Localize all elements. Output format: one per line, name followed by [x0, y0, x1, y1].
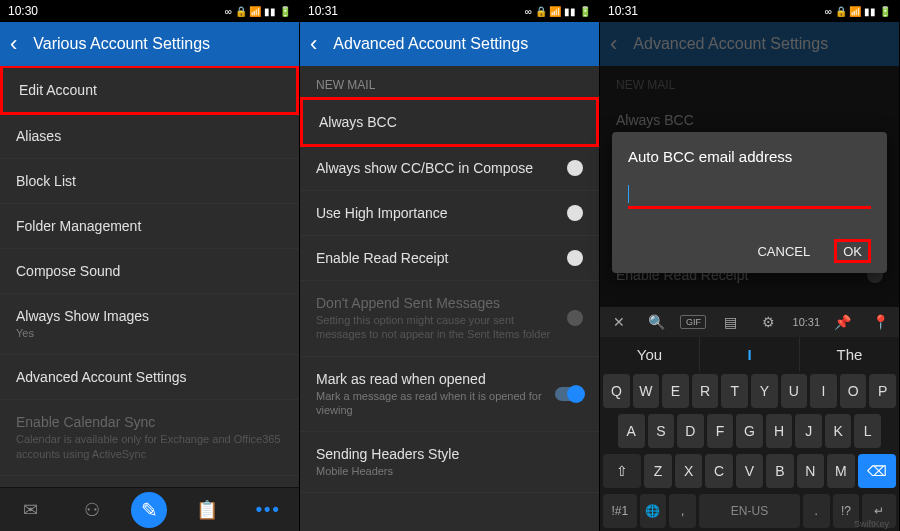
suggestion[interactable]: The [800, 337, 899, 371]
key[interactable]: H [766, 414, 793, 448]
kb-close-icon[interactable]: ✕ [606, 314, 632, 330]
kb-search-icon[interactable]: 🔍 [643, 314, 669, 330]
key[interactable]: P [869, 374, 896, 408]
language-key[interactable]: 🌐 [640, 494, 667, 528]
nav-people-icon[interactable]: ⚇ [70, 488, 114, 532]
nav-mail-icon[interactable]: ✉ [9, 488, 53, 532]
section-new-mail: NEW MAIL [300, 66, 599, 98]
settings-list: Edit Account Aliases Block List Folder M… [0, 66, 299, 487]
kb-time: 10:31 [793, 316, 819, 328]
status-bar: 10:31 ∞ 🔒 📶 ▮▮ 🔋 [600, 0, 899, 22]
item-aliases[interactable]: Aliases [0, 114, 299, 159]
status-bar: 10:30 ∞ 🔒 📶 ▮▮ 🔋 [0, 0, 299, 22]
item-always-bcc[interactable]: Always BCC [300, 97, 599, 147]
key[interactable]: U [781, 374, 808, 408]
item-read-receipt[interactable]: Enable Read Receipt [300, 236, 599, 281]
header: ‹ Various Account Settings [0, 22, 299, 66]
item-always-show-images[interactable]: Always Show ImagesYes [0, 294, 299, 355]
shift-key[interactable]: ⇧ [603, 454, 641, 488]
kb-pin-icon[interactable]: 📌 [830, 314, 856, 330]
key[interactable]: N [797, 454, 824, 488]
status-icons: ∞ 🔒 📶 ▮▮ 🔋 [525, 6, 591, 17]
key[interactable]: C [705, 454, 732, 488]
bcc-email-input[interactable] [628, 185, 871, 209]
screen-advanced-settings: 10:31 ∞ 🔒 📶 ▮▮ 🔋 ‹ Advanced Account Sett… [300, 0, 600, 531]
toggle-icon[interactable] [567, 205, 583, 221]
key[interactable]: X [675, 454, 702, 488]
ok-button[interactable]: OK [837, 240, 868, 263]
key[interactable]: V [736, 454, 763, 488]
key[interactable]: D [677, 414, 704, 448]
back-icon[interactable]: ‹ [310, 31, 317, 57]
bottom-nav: ✉ ⚇ ✎ 📋 ••• [0, 487, 299, 531]
comma-key[interactable]: , [669, 494, 696, 528]
page-title: Various Account Settings [27, 35, 289, 53]
key[interactable]: I [810, 374, 837, 408]
key[interactable]: F [707, 414, 734, 448]
kb-location-icon[interactable]: 📍 [867, 314, 893, 330]
dialog-actions: CANCEL OK [628, 239, 871, 263]
item-sending-headers[interactable]: Sending Headers StyleMobile Headers [300, 432, 599, 493]
kb-row-2: A S D F G H J K L [600, 411, 899, 451]
space-key[interactable]: EN-US [699, 494, 800, 528]
toggle-icon[interactable] [567, 160, 583, 176]
kb-row-3: ⇧ Z X C V B N M ⌫ [600, 451, 899, 491]
item-high-importance[interactable]: Use High Importance [300, 191, 599, 236]
switch-on-icon[interactable] [555, 387, 583, 401]
key[interactable]: B [766, 454, 793, 488]
key[interactable]: E [662, 374, 689, 408]
key[interactable]: A [618, 414, 645, 448]
key[interactable]: O [840, 374, 867, 408]
symbols-key[interactable]: !#1 [603, 494, 637, 528]
item-compose-sound[interactable]: Compose Sound [0, 249, 299, 294]
key[interactable]: T [721, 374, 748, 408]
kb-settings-icon[interactable]: ⚙ [755, 314, 781, 330]
kb-row-1: Q W E R T Y U I O P [600, 371, 899, 411]
item-enable-calendar-sync: Enable Calendar SyncCalendar is availabl… [0, 400, 299, 476]
item-advanced-account-settings[interactable]: Advanced Account Settings [0, 355, 299, 400]
key[interactable]: R [692, 374, 719, 408]
key[interactable]: Q [603, 374, 630, 408]
nav-clipboard-icon[interactable]: 📋 [185, 488, 229, 532]
ok-button-highlight: OK [834, 239, 871, 263]
nav-more-icon[interactable]: ••• [246, 488, 290, 532]
key[interactable]: G [736, 414, 763, 448]
settings-list: NEW MAIL Always BCC Always show CC/BCC i… [300, 66, 599, 531]
header: ‹ Advanced Account Settings [300, 22, 599, 66]
toggle-icon [567, 310, 583, 326]
dialog-title: Auto BCC email address [628, 148, 871, 165]
key[interactable]: W [633, 374, 660, 408]
item-block-list[interactable]: Block List [0, 159, 299, 204]
keyboard-brand: SwiftKey [854, 519, 895, 529]
kb-translate-icon[interactable]: ▤ [718, 314, 744, 330]
item-edit-account[interactable]: Edit Account [0, 66, 299, 115]
key[interactable]: L [854, 414, 881, 448]
suggestion[interactable]: I [700, 337, 800, 371]
key[interactable]: S [648, 414, 675, 448]
item-dont-append-sent: Don't Append Sent MessagesSetting this o… [300, 281, 599, 357]
period-key[interactable]: . [803, 494, 830, 528]
nav-compose-icon[interactable]: ✎ [131, 492, 167, 528]
backspace-key[interactable]: ⌫ [858, 454, 896, 488]
item-show-cc-bcc[interactable]: Always show CC/BCC in Compose [300, 146, 599, 191]
key[interactable]: Y [751, 374, 778, 408]
back-icon[interactable]: ‹ [10, 31, 17, 57]
key[interactable]: K [825, 414, 852, 448]
auto-bcc-dialog: Auto BCC email address CANCEL OK [612, 132, 887, 273]
suggestion[interactable]: You [600, 337, 700, 371]
item-enable-contacts-sync: Enable Contacts SyncContacts are availab… [0, 476, 299, 487]
key[interactable]: J [795, 414, 822, 448]
key[interactable]: M [827, 454, 854, 488]
status-icons: ∞ 🔒 📶 ▮▮ 🔋 [225, 6, 291, 17]
screen-various-settings: 10:30 ∞ 🔒 📶 ▮▮ 🔋 ‹ Various Account Setti… [0, 0, 300, 531]
suggestion-bar: You I The [600, 337, 899, 371]
status-bar: 10:31 ∞ 🔒 📶 ▮▮ 🔋 [300, 0, 599, 22]
kb-gif-icon[interactable]: GIF [680, 315, 706, 329]
clock: 10:31 [308, 4, 338, 18]
cancel-button[interactable]: CANCEL [751, 240, 816, 263]
item-mark-read-opened[interactable]: Mark as read when openedMark a message a… [300, 357, 599, 433]
toggle-icon[interactable] [567, 250, 583, 266]
page-title: Advanced Account Settings [327, 35, 589, 53]
item-folder-management[interactable]: Folder Management [0, 204, 299, 249]
key[interactable]: Z [644, 454, 671, 488]
